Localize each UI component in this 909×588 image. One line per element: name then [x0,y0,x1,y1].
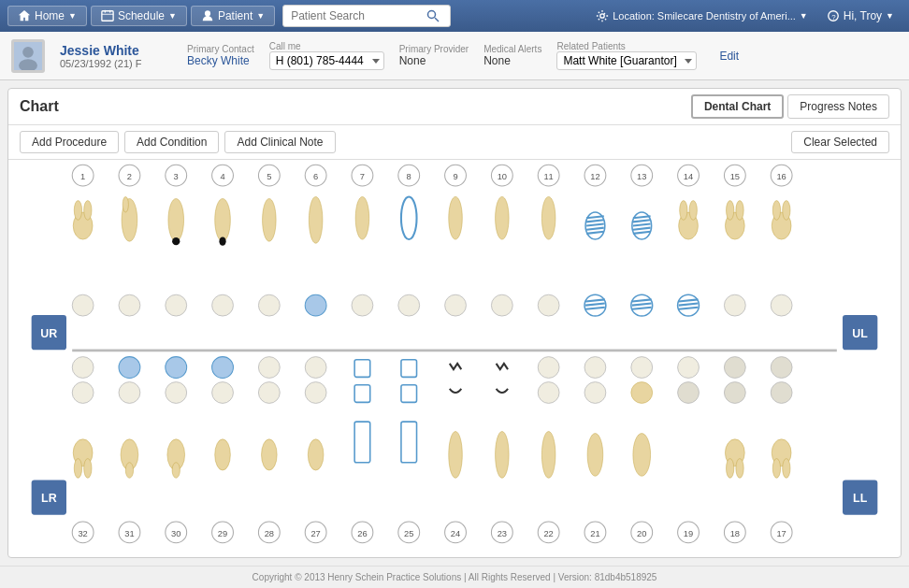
home-icon [18,9,31,22]
add-clinical-note-button[interactable]: Add Clinical Note [224,131,335,153]
user-menu[interactable]: ? Hi, Troy ▼ [819,7,902,25]
svg-text:4: 4 [220,172,224,181]
svg-point-122 [72,382,94,404]
home-button[interactable]: Home ▼ [7,6,87,26]
edit-link[interactable]: Edit [719,50,739,63]
svg-text:13: 13 [637,172,646,181]
svg-rect-115 [401,360,417,378]
lower-teeth-crowns[interactable] [72,357,792,379]
svg-text:29: 29 [218,529,227,538]
svg-text:5: 5 [267,172,271,181]
svg-point-149 [496,432,510,479]
settings-icon [596,9,609,22]
schedule-button[interactable]: Schedule ▼ [91,6,187,26]
patient-label: Patient [218,9,252,22]
svg-point-91 [445,294,467,316]
tab-progress-notes[interactable]: Progress Notes [787,94,889,119]
primary-contact-value: Becky White [187,54,254,67]
svg-text:?: ? [831,13,836,22]
upper-teeth-roots[interactable] [73,196,791,245]
svg-point-143 [215,439,231,470]
svg-text:1: 1 [80,172,85,181]
lower-teeth-middle[interactable] [72,382,792,404]
patient-search-box[interactable] [282,5,451,27]
svg-text:8: 8 [407,172,411,181]
clear-selected-button[interactable]: Clear Selected [791,131,889,153]
upper-teeth-crowns[interactable] [72,294,792,316]
upper-tooth-numbers[interactable]: 1 2 3 4 5 6 7 8 9 10 11 12 13 14 15 16 [72,165,792,186]
svg-point-111 [212,357,234,379]
svg-point-112 [258,357,280,379]
lower-tooth-numbers[interactable]: 32 31 30 29 28 27 26 25 24 23 22 21 20 1… [72,522,792,543]
svg-point-117 [584,357,606,379]
svg-point-151 [587,434,603,477]
add-procedure-button[interactable]: Add Procedure [20,131,119,153]
svg-point-11 [22,47,34,58]
svg-point-124 [166,382,187,404]
svg-point-89 [352,294,373,316]
svg-point-54 [219,237,225,245]
search-input[interactable] [291,9,422,22]
svg-line-99 [632,299,652,301]
svg-point-59 [449,196,463,239]
patient-button[interactable]: Patient ▼ [191,6,275,26]
svg-text:17: 17 [776,529,786,538]
svg-point-116 [538,357,559,379]
svg-point-131 [584,382,606,404]
tab-dental-chart[interactable]: Dental Chart [691,94,784,119]
svg-line-105 [679,308,699,309]
medical-alerts-field: Medical Alerts None [483,44,541,67]
svg-point-118 [631,357,653,379]
svg-text:14: 14 [684,172,693,181]
svg-line-73 [633,232,651,234]
call-me-label: Call me [269,41,384,51]
svg-text:12: 12 [590,172,599,181]
chart-container: Chart Dental Chart Progress Notes Add Pr… [7,88,902,558]
svg-text:9: 9 [453,172,457,181]
footer-text: Copyright © 2013 Henry Schein Practice S… [252,572,657,582]
svg-point-145 [308,439,324,470]
call-me-select[interactable]: H (801) 785-4444 [269,51,384,70]
svg-point-84 [119,294,140,316]
svg-text:27: 27 [310,529,320,538]
add-condition-button[interactable]: Add Condition [124,131,219,153]
svg-line-65 [586,223,604,225]
svg-point-130 [538,382,559,404]
lower-teeth-roots[interactable] [73,422,791,478]
svg-line-6 [435,18,439,22]
svg-point-58 [401,196,417,239]
svg-text:20: 20 [637,529,646,538]
related-patients-select[interactable]: Matt White [Guarantor] [556,51,697,70]
svg-text:28: 28 [265,529,274,538]
svg-text:23: 23 [498,529,507,538]
svg-point-4 [205,10,210,16]
svg-point-125 [212,382,234,404]
dental-chart-svg: UR UL LR LL 1 2 3 4 5 6 7 8 9 10 11 12 1… [8,160,901,548]
svg-point-48 [84,201,92,221]
patient-name: Jessie White [60,43,172,58]
svg-line-97 [585,308,605,309]
avatar-image [14,42,42,70]
svg-point-82 [783,201,790,221]
ll-label: LL [853,492,868,505]
svg-point-53 [215,199,231,242]
call-me-field: Call me H (801) 785-4444 [269,41,384,70]
svg-point-108 [72,357,94,379]
svg-line-96 [585,304,605,306]
schedule-icon [101,9,114,22]
svg-point-123 [119,382,140,404]
svg-point-90 [398,294,420,316]
svg-point-127 [305,382,326,404]
location-text: Location: Smilecare Dentistry of Ameri..… [613,10,796,22]
svg-point-133 [678,382,700,404]
medical-alerts-label: Medical Alerts [483,44,541,54]
svg-point-78 [727,201,734,221]
svg-point-121 [771,357,792,379]
svg-point-83 [72,294,94,316]
svg-point-81 [772,201,780,221]
svg-point-61 [541,196,556,239]
patient-icon [201,9,214,22]
primary-contact-label: Primary Contact [187,44,254,54]
svg-text:6: 6 [313,172,318,181]
svg-text:15: 15 [730,172,740,181]
